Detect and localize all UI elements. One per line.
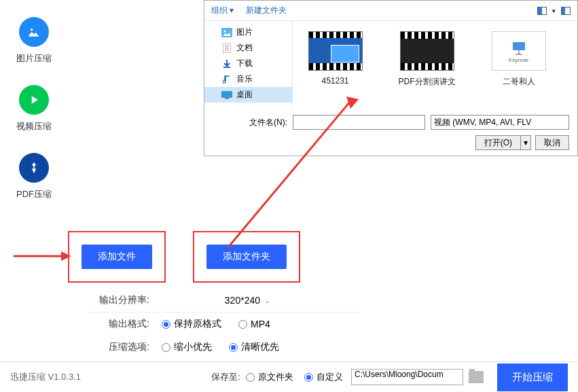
file-label: PDF分割演讲文 bbox=[399, 76, 456, 88]
settings-panel: 输出分辨率: 320*240 ⌄ 输出格式: 保持原格式 MP4 压缩选项: 缩… bbox=[88, 289, 360, 359]
svg-rect-9 bbox=[513, 42, 525, 50]
sidebar-label: PDF压缩 bbox=[16, 188, 52, 200]
tree-item-music[interactable]: 音乐 bbox=[204, 71, 292, 87]
tree-item-desktop[interactable]: 桌面 bbox=[204, 87, 292, 103]
pdf-icon bbox=[19, 153, 49, 183]
sidebar-item-pdf-compress[interactable]: PDF压缩 bbox=[0, 153, 68, 200]
view-icon[interactable] bbox=[537, 7, 547, 15]
filename-label: 文件名(N): bbox=[213, 117, 287, 128]
sidebar-item-video-compress[interactable]: 视频压缩 bbox=[0, 85, 68, 132]
format-mp4-radio[interactable]: MP4 bbox=[238, 319, 270, 329]
file-item[interactable]: PDF分割演讲文 bbox=[391, 31, 463, 99]
main-area: 添加文件 添加文件夹 bbox=[68, 231, 578, 283]
save-to-label: 保存至: bbox=[211, 371, 240, 383]
preview-icon[interactable] bbox=[561, 7, 571, 15]
filename-input[interactable] bbox=[293, 115, 425, 130]
open-button[interactable]: 打开(O) bbox=[475, 135, 520, 150]
filetype-select[interactable]: 视频 (WMV, MP4, AVI, FLV bbox=[431, 115, 569, 130]
compress-clear-radio[interactable]: 清晰优先 bbox=[229, 341, 279, 353]
version-label: 迅捷压缩 V1.0.3.1 bbox=[10, 371, 81, 383]
file-item[interactable]: Keynote 二哥和人 bbox=[483, 31, 554, 99]
svg-point-0 bbox=[31, 29, 33, 31]
organize-button[interactable]: 组织 ▾ bbox=[211, 5, 234, 16]
save-path-input[interactable]: C:\Users\Mloong\Docum bbox=[351, 369, 463, 385]
svg-rect-8 bbox=[225, 98, 229, 99]
svg-rect-7 bbox=[221, 91, 232, 98]
start-button[interactable]: 开始压缩 bbox=[497, 363, 568, 391]
image-icon bbox=[19, 17, 49, 47]
file-label: 二哥和人 bbox=[503, 76, 535, 88]
tree-item-documents[interactable]: 文档 bbox=[204, 40, 292, 56]
svg-point-2 bbox=[224, 30, 226, 32]
sidebar: 图片压缩 视频压缩 PDF压缩 bbox=[0, 0, 68, 360]
resolution-select[interactable]: 320*240 ⌄ bbox=[162, 295, 270, 306]
sidebar-item-image-compress[interactable]: 图片压缩 bbox=[0, 17, 68, 65]
annotation-box: 添加文件 bbox=[68, 231, 166, 283]
chevron-down-icon: ⌄ bbox=[264, 296, 270, 305]
compress-label: 压缩选项: bbox=[88, 341, 149, 353]
music-icon bbox=[221, 75, 232, 84]
video-thumbnail bbox=[308, 31, 363, 71]
sidebar-label: 视频压缩 bbox=[16, 120, 52, 132]
format-label: 输出格式: bbox=[88, 318, 149, 330]
sidebar-label: 图片压缩 bbox=[16, 52, 52, 65]
dialog-toolbar: 组织 ▾ 新建文件夹 ▾ bbox=[204, 1, 577, 21]
new-folder-button[interactable]: 新建文件夹 bbox=[246, 5, 287, 16]
bottom-bar: 迅捷压缩 V1.0.3.1 保存至: 原文件夹 自定义 C:\Users\Mlo… bbox=[0, 361, 578, 392]
save-custom-radio[interactable]: 自定义 bbox=[304, 371, 343, 383]
folder-icon[interactable] bbox=[469, 371, 484, 383]
downloads-icon bbox=[221, 59, 232, 69]
cancel-button[interactable]: 取消 bbox=[535, 135, 569, 150]
compress-shrink-radio[interactable]: 缩小优先 bbox=[162, 341, 212, 353]
documents-icon bbox=[221, 43, 232, 53]
keynote-thumbnail: Keynote bbox=[492, 31, 546, 71]
pictures-icon bbox=[221, 28, 232, 37]
open-dropdown[interactable]: ▾ bbox=[520, 135, 531, 150]
video-thumbnail bbox=[400, 31, 454, 71]
folder-tree: 图片 文档 下载 音乐 桌面 bbox=[204, 21, 293, 109]
file-label: 451231 bbox=[321, 76, 348, 86]
file-open-dialog: 组织 ▾ 新建文件夹 ▾ 图片 文档 下载 音乐 bbox=[204, 0, 578, 156]
resolution-label: 输出分辨率: bbox=[88, 294, 149, 306]
file-item[interactable]: 451231 bbox=[300, 31, 371, 99]
add-file-button[interactable]: 添加文件 bbox=[82, 245, 152, 269]
annotation-box: 添加文件夹 bbox=[193, 231, 300, 283]
dropdown-icon[interactable]: ▾ bbox=[552, 7, 556, 14]
tree-item-downloads[interactable]: 下载 bbox=[204, 56, 292, 71]
play-icon bbox=[19, 85, 49, 115]
add-folder-button[interactable]: 添加文件夹 bbox=[206, 245, 287, 269]
file-list: 451231 PDF分割演讲文 Keynote 二哥和人 bbox=[293, 21, 577, 109]
desktop-icon bbox=[221, 90, 232, 100]
format-keep-radio[interactable]: 保持原格式 bbox=[162, 318, 221, 330]
save-original-radio[interactable]: 原文件夹 bbox=[246, 371, 293, 383]
tree-item-pictures[interactable]: 图片 bbox=[204, 24, 292, 40]
